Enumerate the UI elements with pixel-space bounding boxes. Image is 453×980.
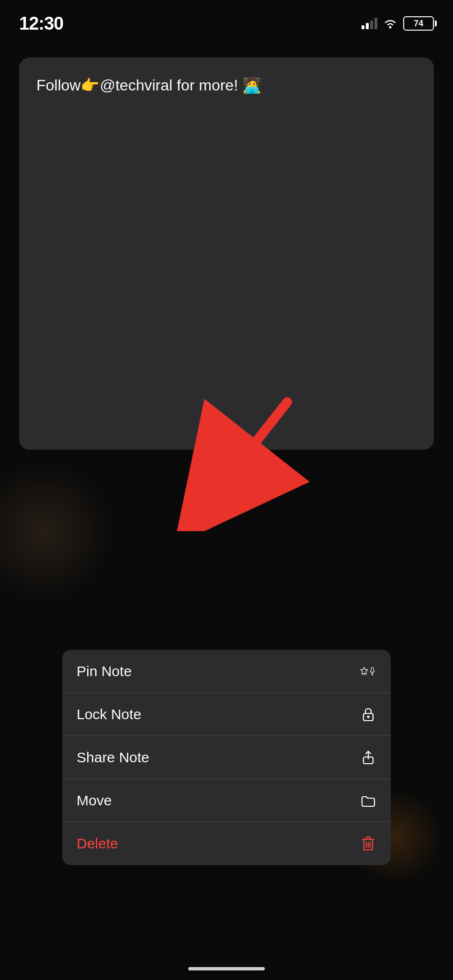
wifi-icon bbox=[383, 18, 397, 29]
background-glow-left bbox=[0, 459, 115, 603]
folder-icon bbox=[360, 792, 376, 809]
context-menu: Pin Note Lock Note Share Note bbox=[62, 650, 391, 865]
signal-icon bbox=[362, 18, 377, 29]
status-bar: 12:30 74 bbox=[0, 0, 453, 38]
pin-note-label: Pin Note bbox=[77, 663, 132, 679]
svg-point-5 bbox=[367, 715, 370, 718]
note-content: Follow👉@techviral for more! 🧑‍💻 bbox=[36, 75, 417, 96]
trash-icon bbox=[360, 835, 376, 852]
delete-menu-item[interactable]: Delete bbox=[62, 822, 391, 865]
lock-note-menu-item[interactable]: Lock Note bbox=[62, 693, 391, 736]
lock-icon bbox=[360, 706, 376, 723]
status-time: 12:30 bbox=[19, 13, 63, 34]
pin-note-menu-item[interactable]: Pin Note bbox=[62, 650, 391, 693]
move-menu-item[interactable]: Move bbox=[62, 779, 391, 822]
share-icon bbox=[360, 749, 376, 766]
lock-note-label: Lock Note bbox=[77, 706, 141, 723]
note-card[interactable]: Follow👉@techviral for more! 🧑‍💻 bbox=[19, 57, 434, 450]
home-indicator bbox=[188, 967, 265, 970]
battery-icon: 74 bbox=[403, 16, 434, 31]
svg-point-0 bbox=[389, 26, 392, 29]
delete-label: Delete bbox=[77, 835, 118, 852]
status-icons: 74 bbox=[362, 16, 434, 31]
share-note-menu-item[interactable]: Share Note bbox=[62, 736, 391, 779]
share-note-label: Share Note bbox=[77, 749, 149, 766]
pin-icon bbox=[360, 663, 376, 679]
move-label: Move bbox=[77, 792, 112, 809]
